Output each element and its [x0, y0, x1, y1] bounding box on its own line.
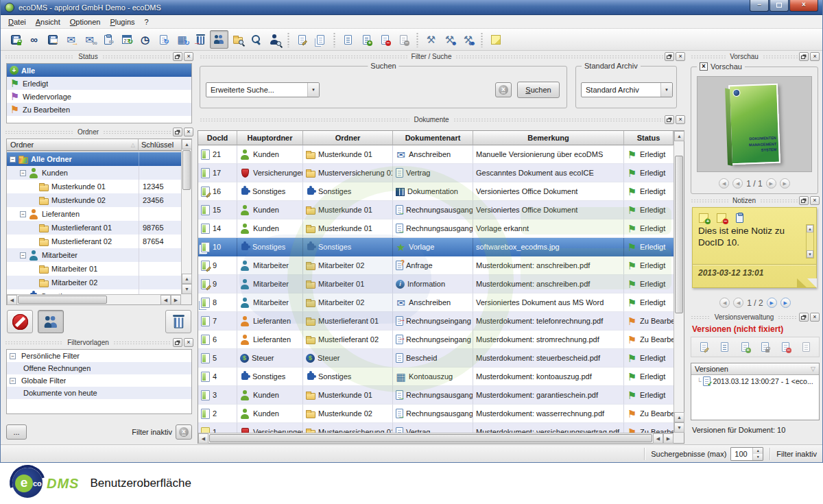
ver-lock-button[interactable] [758, 339, 773, 355]
folder-tree-row[interactable]: Musterkunde 0223456 [7, 193, 181, 207]
preview-checkbox[interactable]: × [700, 62, 708, 71]
folder-tree-row[interactable]: −Alle Ordner [7, 152, 181, 166]
next-note-button[interactable]: ▶ [767, 298, 777, 308]
new-note-button[interactable] [486, 30, 505, 49]
float-icon[interactable] [799, 52, 809, 61]
close-icon[interactable]: × [184, 338, 193, 347]
advanced-search-combo[interactable]: Erweiterte Suche... ▼ [206, 82, 320, 97]
ver-del-button[interactable] [778, 339, 794, 355]
note-card[interactable]: Dies ist eine Notiz zu DocID 10. ▲ ▼ 201… [692, 207, 817, 288]
filter-template-row[interactable]: −Globale Filter [7, 374, 191, 387]
archive-save-button[interactable] [6, 30, 25, 49]
folder-tree-row[interactable]: −Kunden [7, 166, 181, 180]
first-page-button[interactable]: ◀ [719, 178, 729, 189]
menu-item-?[interactable]: ? [140, 16, 154, 27]
settings-tools-button[interactable]: ⚒ [422, 30, 440, 49]
user-folders-button[interactable] [38, 310, 64, 333]
clipboard-link-button[interactable] [99, 30, 117, 49]
table-row[interactable]: 16SonstigesSonstigesDokumentationVersion… [198, 182, 673, 201]
table-row[interactable]: 6LieferantenMusterlieferant 02Rechnungse… [198, 331, 673, 349]
expander-icon[interactable]: − [10, 156, 16, 163]
settings-user-button[interactable]: ⚒ [440, 30, 459, 49]
settings-group-button[interactable]: ⚒ [459, 30, 477, 49]
float-icon[interactable] [173, 52, 182, 61]
table-row[interactable]: 17VersicherungenMusterversicherung 01Ver… [198, 164, 673, 182]
note-text[interactable]: Dies ist eine Notiz zu DocID 10. [698, 226, 802, 249]
scroll-thumb[interactable] [209, 434, 652, 442]
scroll-left-icon[interactable]: ◀ [198, 433, 208, 444]
prev-note-button[interactable]: ◀ [733, 298, 743, 308]
documents-vscrollbar[interactable]: ▲ ▲ ▼ [673, 131, 684, 433]
search-clear-button[interactable]: × [495, 82, 512, 97]
table-row[interactable]: 8MitarbeiterMitarbeiter 02✉AnschreibenVe… [198, 293, 673, 312]
ver-edit-button[interactable] [697, 339, 712, 355]
note-note-del-button[interactable] [715, 211, 728, 225]
folder-tree-vscrollbar[interactable]: ▲ ▲ ▼ [181, 139, 191, 294]
close-icon[interactable]: × [810, 313, 820, 322]
scroll-down-icon[interactable]: ▼ [807, 250, 813, 258]
user-permissions-button[interactable] [210, 30, 228, 49]
close-button[interactable]: × [789, 0, 818, 12]
float-icon[interactable] [799, 313, 809, 322]
ver-view-button[interactable] [717, 339, 732, 355]
status-item-erledigt[interactable]: ⚑Erledigt [7, 77, 191, 90]
folder-tree-row[interactable]: Mitarbeiter 01 [7, 262, 181, 276]
scroll-up-icon[interactable]: ▲ [182, 274, 192, 284]
minimize-button[interactable]: – [750, 0, 769, 12]
expander-icon[interactable]: − [20, 252, 26, 259]
last-page-button[interactable]: ▶ [780, 178, 790, 189]
expander-icon[interactable]: − [20, 211, 26, 217]
filter-more-button[interactable]: ... [6, 424, 27, 440]
search-folder-button[interactable] [228, 30, 247, 49]
table-row[interactable]: 5$Steuer$SteuerBescheidMusterdokument: s… [198, 349, 673, 368]
folder-tree-row[interactable]: Musterkunde 0112345 [7, 180, 181, 193]
title-bar[interactable]: ecoDMS - applord GmbH Demo - ecoDMS – × [1, 0, 822, 15]
scroll-down-icon[interactable]: ▼ [182, 284, 192, 294]
column-header-hauptordner[interactable]: Hauptordner [237, 131, 303, 145]
close-icon[interactable]: × [676, 52, 685, 61]
scroll-up-icon[interactable]: ▲ [182, 139, 192, 149]
scroll-up-icon[interactable]: ▲ [674, 131, 684, 141]
scroll-right-icon[interactable]: ▶ [663, 433, 673, 444]
table-row[interactable]: 3KundenMusterkunde 01RechnungsausgangMus… [198, 386, 673, 405]
mail-link-button[interactable]: ✉ [80, 30, 99, 49]
next-page-button[interactable]: ▶ [766, 178, 776, 189]
versions-list-header[interactable]: Versionen ▽ [691, 363, 819, 375]
folder-tree-row[interactable]: −Lieferanten [7, 207, 181, 221]
scroll-thumb[interactable] [182, 150, 191, 190]
table-row[interactable]: 14KundenMusterkunde 01RechnungsausgangVo… [198, 219, 673, 238]
close-icon[interactable]: × [810, 52, 820, 61]
table-row[interactable]: 1VersicherungenMusterversicherung 01Vert… [198, 423, 673, 433]
close-icon[interactable]: × [184, 128, 193, 136]
send-mail-button[interactable]: ✉ [62, 30, 80, 49]
filter-template-row[interactable]: Dokumente von heute [7, 387, 191, 399]
scroll-thumb[interactable] [18, 296, 107, 304]
status-item-alle[interactable]: +Alle [7, 64, 191, 77]
search-button[interactable]: Suchen [517, 82, 560, 98]
status-item-zu-bearbeiten[interactable]: ⚑Zu Bearbeiten [7, 103, 191, 116]
version-history-button[interactable] [339, 30, 357, 49]
key-column-header[interactable]: Schlüssel [139, 139, 181, 151]
note-note-copy-button[interactable] [732, 211, 746, 225]
view-document-button[interactable]: ∞ [25, 30, 43, 49]
copy-documents-button[interactable] [311, 30, 330, 49]
float-icon[interactable] [665, 52, 674, 61]
folder-tree-row[interactable]: Musterlieferant 0287654 [7, 235, 181, 248]
note-scrollbar[interactable]: ▲ ▼ [806, 224, 814, 259]
filter-template-row[interactable]: Offene Rechnungen [7, 362, 191, 374]
version-add-button[interactable] [357, 30, 376, 49]
table-row[interactable]: 15KundenMusterkunde 01RechnungsausgangVe… [198, 201, 673, 219]
version-remove-button[interactable] [376, 30, 394, 49]
history-button[interactable]: ◷ [136, 30, 154, 49]
table-row[interactable]: 21KundenMusterkunde 01✉AnschreibenManuel… [198, 145, 673, 164]
folder-tree-row[interactable]: Sonstiges [7, 289, 181, 294]
documents-hscrollbar[interactable]: ◀ ◀ ▶ [198, 433, 673, 443]
preview-image-area[interactable]: DOKUMENTEN MANAGEMENT SYSTEM [697, 76, 812, 172]
edit-document-button[interactable] [293, 30, 311, 49]
ver-plain-button[interactable] [798, 339, 813, 355]
close-icon[interactable]: × [810, 196, 820, 205]
folder-tree-hscrollbar[interactable]: ◀ ◀ ▶ [7, 294, 181, 304]
menu-item-datei[interactable]: Datei [3, 16, 31, 27]
search-button[interactable] [247, 30, 265, 49]
table-row[interactable]: 4SonstigesSonstiges▦KontoauszugMusterdok… [198, 368, 673, 386]
